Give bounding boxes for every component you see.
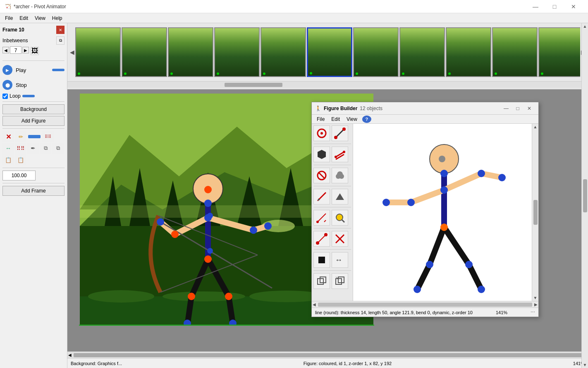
frame-thumb-6-selected[interactable] [307,27,352,77]
frame-thumb-11[interactable] [538,27,580,77]
dots-tool[interactable]: ⠿⠿ [15,143,26,154]
fb-menu-edit[interactable]: Edit [328,115,343,123]
close-button[interactable]: ✕ [564,0,583,13]
pencil-tool[interactable]: ✏ [15,131,26,142]
frame-thumb-7[interactable] [353,27,399,77]
fb-v-scrollbar[interactable]: ▲ ▼ [532,124,538,301]
frame-thumb-5[interactable] [261,27,306,77]
left-panel: Frame 10 ✕ Inbetweens ⧉ ◀ 7 ▶ 🖼 ▶ Play ⬤ [0,23,67,368]
menu-file[interactable]: File [2,14,16,22]
minimize-button[interactable]: — [526,0,545,13]
main-v-scrollbar[interactable]: ▲ ▼ [581,23,588,368]
svg-point-60 [334,136,337,139]
fb-cloud-tool[interactable] [332,168,348,183]
svg-point-37 [188,293,195,300]
fb-crosshair-tool[interactable] [313,189,330,204]
svg-line-99 [417,265,430,289]
svg-marker-74 [336,193,344,200]
menu-view[interactable]: View [31,14,49,22]
timeline-scroll-left[interactable]: ◀ [69,49,75,55]
fb-title: Figure Builder [324,106,357,111]
fb-close-button[interactable]: ✕ [523,103,535,114]
fb-double-line-tool[interactable] [332,147,348,162]
frame-thumb-4[interactable] [214,27,260,77]
loop-row: Loop [2,93,65,99]
fb-remove-circle-tool[interactable] [313,168,330,183]
fb-menu-file[interactable]: File [313,115,328,123]
fb-node-line-tool[interactable] [313,231,330,247]
fb-copy-shape-tool[interactable] [313,273,330,289]
copy-tool[interactable]: ⧉ [40,143,51,154]
fb-maximize-button[interactable]: □ [512,103,523,114]
main-scroll-down[interactable]: ▼ [583,363,587,367]
frame-thumb-8[interactable] [399,27,445,77]
fb-hex-tool[interactable] [313,147,330,162]
fb-scroll-thumb[interactable] [533,200,538,225]
play-button[interactable]: ▶ Play [2,63,65,77]
canvas-h-scrollbar: ◀ ▶ [67,351,588,358]
timeline-scrollbar[interactable] [225,83,282,87]
svg-point-108 [382,199,390,206]
paste-button[interactable]: 🖼 [31,47,39,55]
fb-minimize-button[interactable]: — [500,103,512,114]
fb-arrows-tool[interactable]: ↔ [332,252,348,268]
loop-slider [22,95,35,97]
paste2-tool[interactable]: 📋 [15,154,26,165]
add-frame-button[interactable]: Add Frame [2,186,65,196]
frame-close-button[interactable]: ✕ [56,26,65,34]
svg-point-107 [407,199,415,206]
svg-line-76 [324,220,326,222]
frame-thumb-3[interactable] [168,27,213,77]
svg-point-109 [426,261,433,268]
background-button[interactable]: Background [2,104,65,114]
pen-tool[interactable]: ✒ [27,143,39,154]
fb-circle-outline-tool[interactable] [313,125,330,141]
zoom-input[interactable] [2,171,36,180]
delete-tool[interactable]: ✕ [2,131,14,142]
svg-point-77 [316,221,319,223]
inbetween-decrement[interactable]: ◀ [2,47,9,53]
fb-toolbar: ↔ [312,124,353,301]
paste-tool[interactable]: 📋 [2,154,14,165]
fb-scroll-down[interactable]: ▼ [533,296,538,300]
fb-menu-view[interactable]: View [343,115,361,123]
main-scroll-up[interactable]: ▲ [583,24,587,29]
menu-help[interactable]: Help [49,14,66,22]
frame-thumb-2[interactable] [122,27,167,77]
fb-magnify-tool[interactable] [332,210,348,226]
ground-line [79,325,374,326]
fb-canvas[interactable] [353,124,532,301]
grid-tool[interactable]: ⠿⠿ [42,131,54,142]
play-label: Play [16,67,26,73]
svg-line-21 [208,218,253,230]
frame-thumb-1[interactable] [75,27,121,77]
fb-x-tool[interactable] [332,231,348,247]
fb-help-button[interactable]: ? [362,115,371,123]
frame-thumb-9[interactable] [446,27,491,77]
play-icon: ▶ [2,65,12,75]
maximize-button[interactable]: □ [545,0,564,13]
canvas-scroll-left[interactable]: ◀ [67,353,72,357]
fb-h-thumb[interactable] [318,303,532,307]
fb-triangle-tool[interactable] [332,189,348,204]
menu-edit[interactable]: Edit [16,14,31,22]
stop-button[interactable]: ⬤ Stop [2,78,65,91]
fb-scroll-right[interactable]: ▶ [533,302,538,307]
canvas-h-thumb[interactable] [74,353,582,357]
inbetween-copy-button[interactable]: ⧉ [56,36,65,45]
main-scroll-thumb[interactable] [583,179,587,212]
inbetween-increment[interactable]: ▶ [22,47,29,53]
fb-scroll-left[interactable]: ◀ [312,302,317,307]
svg-point-106 [498,174,506,181]
frame-thumb-10[interactable] [492,27,538,77]
add-figure-button[interactable]: Add Figure [2,116,65,126]
fb-line-tool[interactable] [332,125,348,141]
fb-square-tool[interactable] [313,252,330,268]
fb-line-cross-tool[interactable] [313,210,330,226]
svg-point-36 [264,222,272,230]
fb-copy-shape2-tool[interactable] [332,273,348,289]
arrow-tool[interactable]: ↔ [2,143,14,154]
fb-scroll-up[interactable]: ▲ [533,125,538,129]
copy2-tool[interactable]: ⧉ [52,143,64,154]
loop-checkbox[interactable] [2,94,8,99]
